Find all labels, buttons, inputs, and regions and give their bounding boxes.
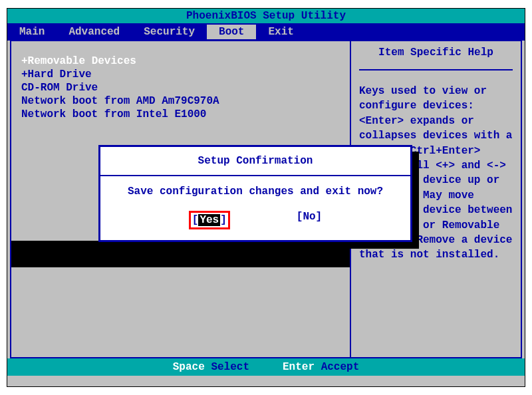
- menu-advanced[interactable]: Advanced: [57, 25, 132, 39]
- boot-network-amd[interactable]: Network boot from AMD Am79C970A: [21, 94, 340, 108]
- dialog-message: Save configuration changes and exit now?: [100, 176, 410, 211]
- no-button[interactable]: [No]: [297, 211, 322, 229]
- menu-bar: Main Advanced Security Boot Exit: [7, 23, 525, 41]
- setup-confirmation-dialog: Setup Confirmation Save configuration ch…: [98, 145, 412, 242]
- boot-network-intel[interactable]: Network boot from Intel E1000: [21, 108, 340, 121]
- help-header: Item Specific Help: [359, 47, 513, 70]
- yes-button-label: Yes: [198, 214, 220, 226]
- boot-hard-drive[interactable]: Hard Drive: [21, 68, 340, 81]
- dialog-title: Setup Confirmation: [100, 147, 410, 176]
- boot-cdrom[interactable]: CD-ROM Drive: [21, 81, 340, 94]
- footer-hint-enter: Enter Accept: [283, 361, 359, 373]
- menu-security[interactable]: Security: [132, 25, 207, 39]
- footer-bar: Space Select Enter Accept: [7, 358, 525, 376]
- footer-key-space: Space: [173, 361, 205, 373]
- footer-hint-space: Space Select: [173, 361, 249, 373]
- selection-bar: [11, 241, 350, 267]
- footer-label-select: Select: [211, 361, 249, 373]
- boot-removable-devices[interactable]: Removable Devices: [21, 55, 340, 68]
- menu-exit[interactable]: Exit: [256, 25, 305, 39]
- menu-boot[interactable]: Boot: [207, 25, 256, 39]
- menu-main[interactable]: Main: [7, 25, 57, 39]
- title-bar: PhoenixBIOS Setup Utility: [7, 9, 525, 23]
- footer-key-enter: Enter: [283, 361, 315, 373]
- footer-label-accept: Accept: [321, 361, 360, 373]
- dialog-buttons: [Yes] [No]: [100, 211, 410, 240]
- yes-button[interactable]: [Yes]: [189, 211, 230, 229]
